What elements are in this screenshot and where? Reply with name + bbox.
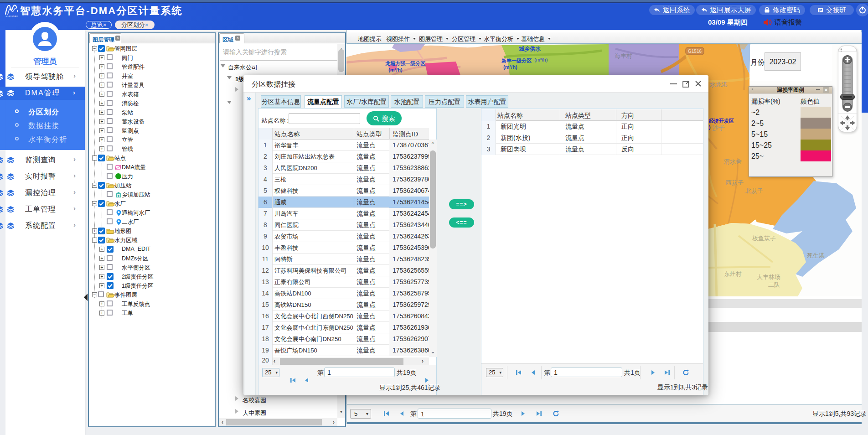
svg-text:东灶村: 东灶村 [724, 270, 742, 277]
svg-text:水龙港: 水龙港 [710, 81, 728, 88]
svg-text:板鱼苁子: 板鱼苁子 [752, 235, 776, 242]
svg-text:(m³/h): (m³/h) [503, 64, 517, 70]
svg-text:城乡供水: 城乡供水 [518, 46, 541, 52]
svg-text:海丰村: 海丰村 [615, 52, 632, 59]
svg-text:大丰林场: 大丰林场 [757, 274, 780, 280]
svg-text:龙堤方强一级分区: 龙堤方强一级分区 [385, 61, 425, 66]
svg-text:): ) [709, 124, 711, 130]
svg-text:西苁子: 西苁子 [726, 179, 744, 186]
svg-text:MIAOMIAO: MIAOMIAO [5, 15, 18, 17]
svg-text:(m³/h): (m³/h) [388, 67, 403, 72]
svg-text:北苁子: 北苁子 [745, 187, 763, 194]
svg-text:经济开发区: 经济开发区 [708, 118, 734, 124]
svg-text:二队: 二队 [768, 281, 780, 288]
svg-text:G1516: G1516 [688, 49, 702, 54]
svg-text:沙子: 沙子 [712, 124, 725, 131]
svg-text:死生港: 死生港 [806, 252, 825, 259]
svg-text:新丰一级分区: 新丰一级分区 [501, 58, 532, 63]
svg-text:(m³/h): (m³/h) [534, 57, 548, 62]
svg-text:渭水舍: 渭水舍 [723, 158, 742, 165]
